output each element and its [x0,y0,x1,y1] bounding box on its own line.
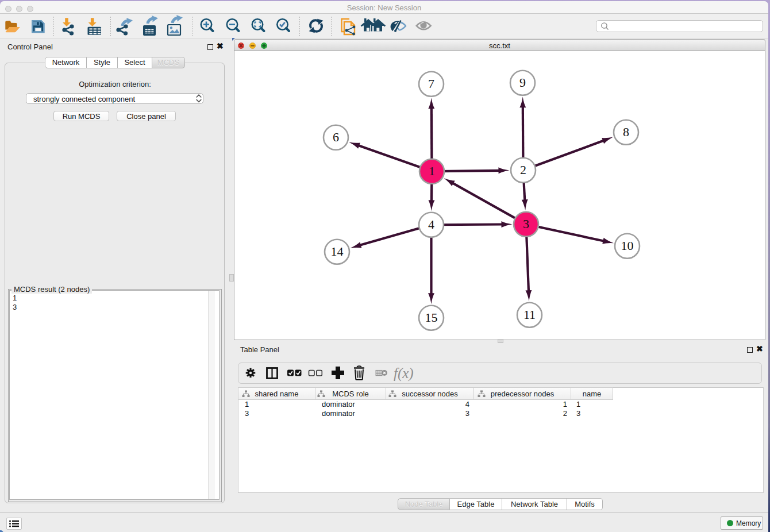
svg-text:1: 1 [429,164,435,178]
svg-text:f(x): f(x) [394,365,414,381]
svg-text:9: 9 [519,75,526,90]
svg-text:14: 14 [331,244,344,259]
svg-text:11: 11 [523,307,536,322]
svg-text:7: 7 [428,76,434,91]
svg-text:2: 2 [520,163,526,177]
svg-text:15: 15 [425,310,438,325]
svg-text:6: 6 [333,130,339,144]
svg-text:4: 4 [428,217,434,232]
svg-text:3: 3 [523,217,529,231]
svg-text:8: 8 [623,125,629,139]
svg-text:10: 10 [621,238,634,253]
